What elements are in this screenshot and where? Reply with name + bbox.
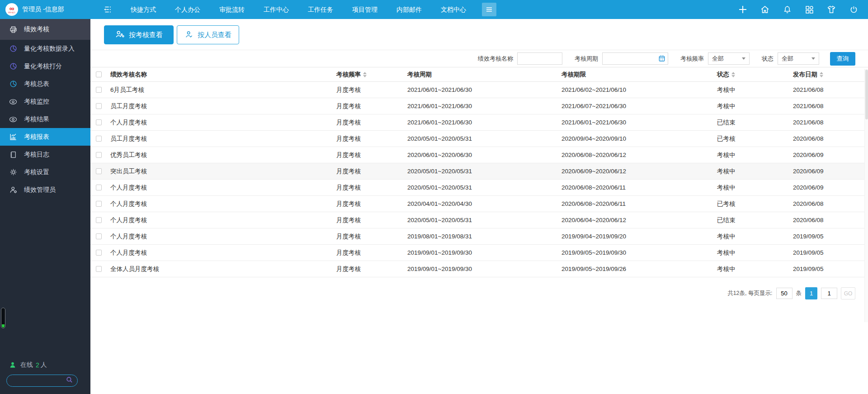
cell-period: 2020/05/01~2020/05/31 xyxy=(407,168,561,175)
search-button[interactable]: 查询 xyxy=(830,52,855,66)
row-checkbox[interactable] xyxy=(96,250,102,256)
frequency-select[interactable]: 全部 xyxy=(708,52,750,65)
status-select[interactable]: 全部 xyxy=(778,52,819,65)
topnav-item[interactable]: 审批流转 xyxy=(210,0,254,19)
row-checkbox[interactable] xyxy=(96,119,102,125)
table-row[interactable]: 突出员工考核 月度考核 2020/05/01~2020/05/31 2020/0… xyxy=(90,163,868,180)
topnav-item[interactable]: 快捷方式 xyxy=(121,0,165,19)
table-row[interactable]: 全体人员月度考核 月度考核 2019/09/01~2019/09/30 2019… xyxy=(90,261,868,277)
column-header-publish_date[interactable]: 发布日期 xyxy=(793,71,868,79)
power-icon[interactable] xyxy=(848,4,859,15)
table-row[interactable]: 员工月度考核 月度考核 2020/05/01~2020/05/31 2020/0… xyxy=(90,131,868,147)
sort-arrows-icon[interactable] xyxy=(820,72,823,77)
sidebar-item-label: 考核报表 xyxy=(24,133,49,141)
view-by-person-button[interactable]: 按人员查看 xyxy=(177,25,239,44)
sidebar-item[interactable]: 考核监控 xyxy=(0,93,90,110)
sidebar-item[interactable]: 量化考核数据录入 xyxy=(0,40,90,57)
bell-icon[interactable] xyxy=(782,4,793,15)
page-size-input[interactable] xyxy=(776,288,793,299)
gear-icon xyxy=(9,168,18,177)
cell-frequency: 月度考核 xyxy=(336,102,407,110)
filter-bar: 绩效考核名称 考核周期 考核频率 全部 xyxy=(90,50,868,67)
row-checkbox[interactable] xyxy=(96,136,102,142)
status-pill-widget[interactable] xyxy=(1,308,5,328)
vertical-scrollbar[interactable] xyxy=(864,69,868,322)
table-row[interactable]: 个人月度考核 月度考核 2020/04/01~2020/04/30 2020/0… xyxy=(90,196,868,212)
sidebar-item[interactable]: 量化考核打分 xyxy=(0,57,90,75)
column-header-frequency[interactable]: 考核频率 xyxy=(336,71,407,79)
sidebar-item[interactable]: 绩效考核 xyxy=(0,19,90,40)
main-content: 按考核查看 按人员查看 绩效考核名称 考核周期 xyxy=(90,19,868,394)
topnav-item[interactable]: 工作任务 xyxy=(298,0,343,19)
calendar-icon[interactable] xyxy=(658,55,665,62)
table-row[interactable]: 6月员工考核 月度考核 2021/06/01~2021/06/30 2021/0… xyxy=(90,82,868,98)
topnav-item[interactable]: 文档中心 xyxy=(431,0,476,19)
cell-name: 个人月度考核 xyxy=(110,216,336,224)
go-button[interactable]: GO xyxy=(841,287,855,299)
table-row[interactable]: 个人月度考核 月度考核 2020/05/01~2020/05/31 2020/0… xyxy=(90,180,868,196)
more-menu-button[interactable] xyxy=(482,3,496,16)
table-row[interactable]: 个人月度考核 月度考核 2021/06/01~2021/06/30 2021/0… xyxy=(90,114,868,131)
table-row[interactable]: 员工月度考核 月度考核 2021/06/01~2021/06/30 2021/0… xyxy=(90,98,868,114)
topnav-item[interactable]: 个人办公 xyxy=(165,0,210,19)
table-row[interactable]: 个人月度考核 月度考核 2019/08/01~2019/08/31 2019/0… xyxy=(90,228,868,245)
cell-name: 个人月度考核 xyxy=(110,184,336,192)
eye-icon xyxy=(9,97,18,106)
sidebar-item[interactable]: 考核设置 xyxy=(0,163,90,181)
table-body: 6月员工考核 月度考核 2021/06/01~2021/06/30 2021/0… xyxy=(90,82,868,277)
status-select-value: 全部 xyxy=(782,55,793,63)
cell-frequency: 月度考核 xyxy=(336,184,407,192)
cell-status: 考核中 xyxy=(717,233,793,241)
topnav-item[interactable]: 内部邮件 xyxy=(387,0,431,19)
apps-icon[interactable] xyxy=(804,4,815,15)
row-checkbox[interactable] xyxy=(96,185,102,190)
sidebar-item[interactable]: 考核总表 xyxy=(0,75,90,93)
row-checkbox[interactable] xyxy=(96,103,102,109)
cell-name: 个人月度考核 xyxy=(110,233,336,241)
cell-status: 考核中 xyxy=(717,86,793,94)
frequency-select-value: 全部 xyxy=(712,55,724,63)
cell-publish-date: 2020/06/08 xyxy=(793,217,868,223)
row-checkbox[interactable] xyxy=(96,217,102,223)
select-all-checkbox[interactable] xyxy=(96,71,102,77)
row-checkbox[interactable] xyxy=(96,201,102,207)
home-icon[interactable] xyxy=(760,4,770,15)
row-checkbox[interactable] xyxy=(96,168,102,174)
row-checkbox[interactable] xyxy=(96,233,102,239)
goto-page-input[interactable] xyxy=(821,288,837,299)
sidebar-item[interactable]: 考核日志 xyxy=(0,146,90,163)
sidebar-item[interactable]: 绩效管理员 xyxy=(0,181,90,199)
sidebar-search-input[interactable] xyxy=(12,377,66,384)
sidebar-item[interactable]: 考核报表 xyxy=(0,128,90,146)
page-1-button[interactable]: 1 xyxy=(805,287,817,299)
cell-status: 已结束 xyxy=(717,216,793,224)
collapse-menu-icon[interactable] xyxy=(100,3,114,16)
theme-shirt-icon[interactable] xyxy=(826,4,837,15)
sort-arrows-icon[interactable] xyxy=(363,72,367,77)
column-header-status[interactable]: 状态 xyxy=(717,71,793,79)
plus-icon[interactable] xyxy=(737,4,748,15)
cell-status: 考核中 xyxy=(717,102,793,110)
topnav-item[interactable]: 工作中心 xyxy=(254,0,298,19)
table-row[interactable]: 优秀员工考核 月度考核 2020/06/01~2020/06/30 2020/0… xyxy=(90,147,868,163)
table-row[interactable]: 个人月度考核 月度考核 2019/09/01~2019/09/30 2019/0… xyxy=(90,245,868,261)
brand-logo[interactable]: ∞ 华天动力 xyxy=(5,3,18,16)
sort-arrows-icon[interactable] xyxy=(731,72,735,77)
topnav-item[interactable]: 项目管理 xyxy=(343,0,387,19)
search-icon[interactable] xyxy=(66,376,73,385)
user-gear-icon xyxy=(9,185,18,195)
assessment-name-input[interactable] xyxy=(517,52,562,65)
cell-frequency: 月度考核 xyxy=(336,249,407,257)
online-person-icon xyxy=(9,361,16,369)
row-checkbox[interactable] xyxy=(96,152,102,158)
scrollbar-thumb[interactable] xyxy=(865,70,868,119)
cell-deadline: 2019/09/05~2019/09/30 xyxy=(561,249,717,256)
sidebar-item-label: 考核结果 xyxy=(24,115,49,123)
row-checkbox[interactable] xyxy=(96,266,102,272)
row-checkbox[interactable] xyxy=(96,87,102,93)
sidebar: 绩效考核 量化考核数据录入 量化考核打分 考核总表 考核监控 考核结果 考核报表… xyxy=(0,19,90,394)
sidebar-item[interactable]: 考核结果 xyxy=(0,110,90,128)
cell-deadline: 2020/06/09~2020/06/12 xyxy=(561,168,717,175)
table-row[interactable]: 个人月度考核 月度考核 2020/05/01~2020/05/31 2020/0… xyxy=(90,212,868,228)
view-by-assessment-button[interactable]: 按考核查看 xyxy=(104,25,174,44)
